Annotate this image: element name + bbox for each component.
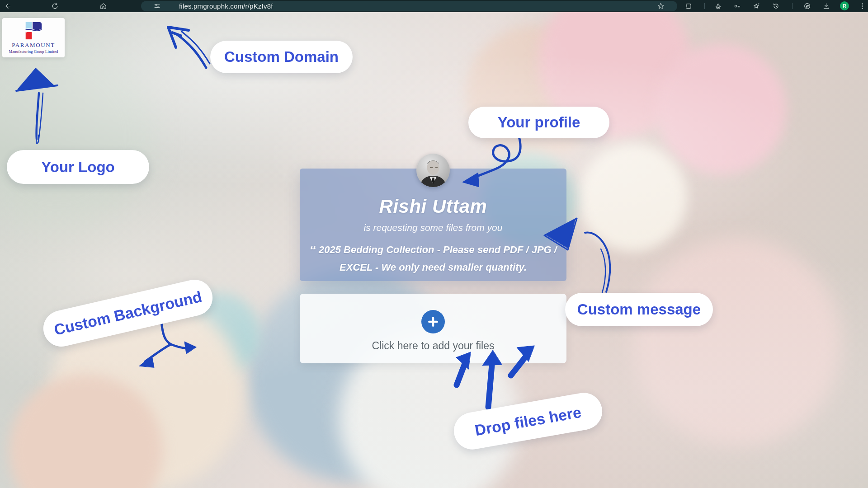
callout-your-profile: Your profile xyxy=(468,107,609,138)
incognito-extension-icon[interactable] xyxy=(714,2,722,10)
home-icon[interactable] xyxy=(99,2,108,10)
side-panel-icon[interactable] xyxy=(684,2,693,10)
refresh-icon[interactable] xyxy=(51,2,59,10)
toolbar-separator xyxy=(704,3,705,9)
paramount-logo-mark xyxy=(24,21,42,40)
bookmark-star-icon[interactable] xyxy=(656,2,665,10)
plus-icon xyxy=(427,316,439,328)
requester-avatar xyxy=(416,154,450,187)
download-icon[interactable] xyxy=(822,2,830,10)
dropzone-label[interactable]: Click here to add your files xyxy=(300,340,566,352)
callout-custom-message: Custom message xyxy=(565,293,713,326)
site-info-icon[interactable] xyxy=(153,2,161,10)
password-key-icon[interactable] xyxy=(733,2,741,10)
logo-title: PARAMOUNT xyxy=(12,42,55,49)
logo-subtitle: Manufacturing Group Limited xyxy=(9,49,58,54)
add-files-button[interactable] xyxy=(421,310,445,333)
performance-leaf-icon[interactable] xyxy=(803,2,811,10)
history-icon[interactable] xyxy=(772,2,780,10)
custom-message-text: “2025 Bedding Collection - Please send P… xyxy=(307,241,560,276)
company-logo: PARAMOUNT Manufacturing Group Limited xyxy=(2,18,65,57)
back-icon[interactable] xyxy=(3,2,12,10)
menu-kebab-icon[interactable] xyxy=(858,2,867,10)
browser-profile-avatar[interactable]: R xyxy=(840,1,849,10)
callout-your-logo: Your Logo xyxy=(7,150,149,184)
callout-custom-domain: Custom Domain xyxy=(210,41,353,73)
toolbar-separator xyxy=(792,3,793,9)
request-subtitle: is requesting some files from you xyxy=(300,222,566,233)
star-sparkle-icon[interactable] xyxy=(752,2,761,10)
url-text[interactable]: files.pmgrouphk.com/r/pKzIv8f xyxy=(179,0,273,12)
requester-name: Rishi Uttam xyxy=(300,196,566,217)
quote-icon: “ xyxy=(309,243,316,258)
browser-toolbar: files.pmgrouphk.com/r/pKzIv8f R xyxy=(0,0,868,12)
